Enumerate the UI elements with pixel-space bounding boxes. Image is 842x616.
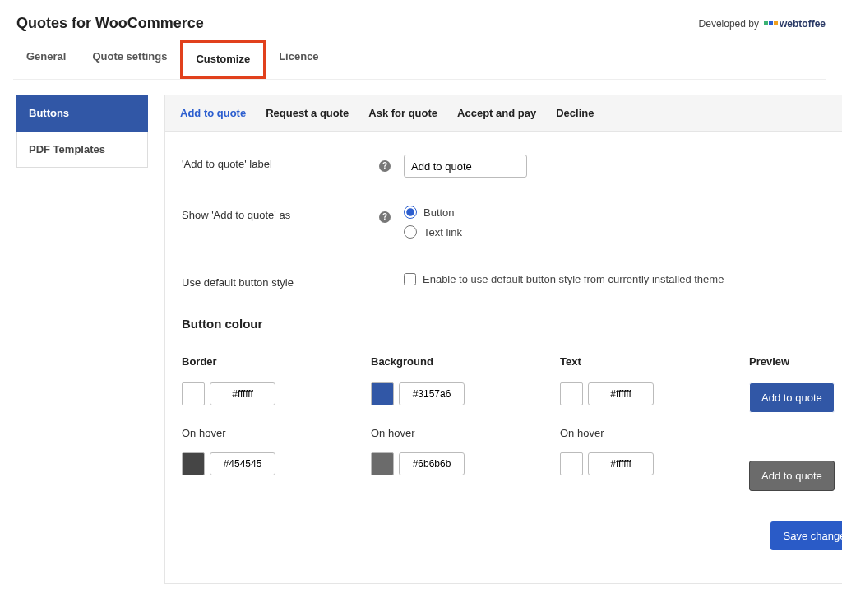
help-icon[interactable]: ? xyxy=(379,211,391,223)
sidebar-item-pdf-templates[interactable]: PDF Templates xyxy=(16,132,148,168)
add-to-quote-label-input[interactable] xyxy=(404,155,527,178)
swatch-background-hover[interactable] xyxy=(371,452,394,475)
button-subtabs: Add to quote Request a quote Ask for quo… xyxy=(165,95,842,132)
label-add-to-quote-label: 'Add to quote' label xyxy=(182,155,379,170)
label-default-style: Use default button style xyxy=(182,273,379,289)
label-border: Border xyxy=(182,355,322,368)
checkbox-default-style[interactable] xyxy=(404,273,416,285)
swatch-text[interactable] xyxy=(560,382,583,405)
subtab-decline[interactable]: Decline xyxy=(556,107,594,119)
section-button-colour: Button colour xyxy=(182,317,842,331)
top-tabs: General Quote settings Customize Licence xyxy=(13,40,826,80)
input-border-hover[interactable] xyxy=(210,452,275,475)
tab-customize[interactable]: Customize xyxy=(180,40,266,79)
sidebar-item-buttons[interactable]: Buttons xyxy=(16,95,148,132)
webtoffee-icon xyxy=(764,21,778,25)
help-icon[interactable]: ? xyxy=(379,160,391,172)
subtab-accept-and-pay[interactable]: Accept and pay xyxy=(457,107,536,119)
input-border[interactable] xyxy=(210,382,275,405)
main-panel: Add to quote Request a quote Ask for quo… xyxy=(164,95,842,584)
radio-text-link-label: Text link xyxy=(423,226,462,239)
input-text-hover[interactable] xyxy=(588,452,654,475)
save-button[interactable]: Save changes xyxy=(770,521,842,550)
preview-button-hover: Add to quote xyxy=(749,461,835,491)
subtab-request-a-quote[interactable]: Request a quote xyxy=(266,107,349,119)
label-background-hover: On hover xyxy=(371,427,511,439)
radio-button-label: Button xyxy=(423,206,455,219)
tab-general[interactable]: General xyxy=(13,40,79,79)
label-show-as: Show 'Add to quote' as xyxy=(182,206,379,221)
sidebar: Buttons PDF Templates xyxy=(16,95,148,584)
label-text: Text xyxy=(560,355,700,368)
label-preview: Preview xyxy=(749,355,842,368)
page-title: Quotes for WooCommerce xyxy=(16,15,204,32)
input-background-hover[interactable] xyxy=(399,452,465,475)
swatch-background[interactable] xyxy=(371,382,394,405)
tab-licence[interactable]: Licence xyxy=(266,40,331,79)
radio-button[interactable] xyxy=(404,206,417,219)
webtoffee-logo[interactable]: webtoffee xyxy=(764,18,826,30)
swatch-border-hover[interactable] xyxy=(182,452,205,475)
developed-by-label: Developed by xyxy=(699,18,759,30)
label-border-hover: On hover xyxy=(182,427,322,439)
subtab-ask-for-quote[interactable]: Ask for quote xyxy=(368,107,437,119)
developed-by: Developed by webtoffee xyxy=(699,18,826,30)
preview-button: Add to quote xyxy=(749,382,835,413)
swatch-border[interactable] xyxy=(182,382,205,405)
checkbox-default-style-label: Enable to use default button style from … xyxy=(423,273,724,285)
webtoffee-text: webtoffee xyxy=(780,18,826,30)
input-background[interactable] xyxy=(399,382,465,405)
label-text-hover: On hover xyxy=(560,427,700,439)
swatch-text-hover[interactable] xyxy=(560,452,583,475)
radio-text-link[interactable] xyxy=(404,225,417,239)
subtab-add-to-quote[interactable]: Add to quote xyxy=(180,107,246,119)
tab-quote-settings[interactable]: Quote settings xyxy=(79,40,180,79)
input-text[interactable] xyxy=(588,382,654,405)
label-background: Background xyxy=(371,355,511,368)
